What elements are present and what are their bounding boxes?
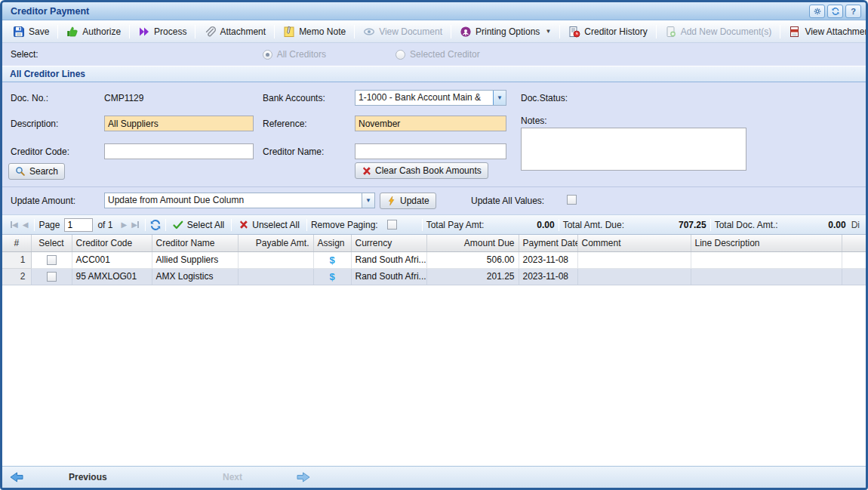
reference-label: Reference: — [263, 119, 307, 129]
reference-input[interactable] — [355, 116, 506, 131]
printing-options-button[interactable]: Printing Options ▼ — [454, 23, 557, 41]
previous-page-icon: ◀ — [20, 220, 31, 229]
next-page-icon: ▶ — [119, 220, 129, 229]
paging-separator — [559, 219, 559, 231]
line-description-cell — [691, 251, 842, 268]
totals-group: Total Pay Amt: 0.00 Total Amt. Due: 707.… — [418, 219, 860, 231]
paging-separator — [145, 219, 146, 231]
paging-separator — [422, 219, 423, 231]
column-header-select[interactable]: Select — [31, 235, 72, 251]
description-label: Description: — [11, 119, 58, 129]
filler-cell — [842, 268, 866, 285]
next-link: Next — [223, 467, 242, 488]
memo-note-button[interactable]: Memo Note — [277, 23, 352, 41]
select-row: Select: All Creditors Selected Creditor — [2, 43, 866, 66]
clear-cash-book-amounts-button[interactable]: Clear Cash Book Amounts — [355, 162, 488, 179]
total-amt-due-label: Total Amt. Due: — [563, 220, 637, 230]
payment-date-cell: 2023-11-08 — [519, 268, 577, 285]
chevron-down-icon[interactable]: ▼ — [362, 193, 374, 208]
save-label: Save — [29, 26, 49, 37]
update-button[interactable]: Update — [380, 193, 436, 209]
column-header-assign[interactable]: Assign — [313, 235, 351, 251]
column-header-payable-amt[interactable]: Payable Amt. — [238, 235, 313, 251]
currency-cell: Rand South Afri... — [351, 268, 426, 285]
select-all-button[interactable]: Select All — [170, 220, 227, 230]
column-header-line-description[interactable]: Line Description — [691, 235, 842, 251]
update-all-values-checkbox[interactable] — [567, 195, 577, 205]
creditor-name-input[interactable] — [355, 143, 506, 159]
section-header-title: All Creditor Lines — [10, 69, 85, 79]
update-amount-value: Update from Amount Due Column — [105, 193, 362, 208]
column-header-payment-date[interactable]: Payment Date — [519, 235, 577, 251]
total-amt-due-value: 707.25 — [637, 220, 706, 230]
update-amount-select[interactable]: Update from Amount Due Column ▼ — [104, 193, 375, 208]
page-number-input[interactable] — [64, 218, 93, 232]
view-document-button: View Document — [357, 23, 448, 41]
total-doc-amt-label: Total Doc. Amt.: — [715, 220, 792, 230]
gear-icon — [813, 7, 822, 16]
search-button[interactable]: Search — [8, 163, 65, 180]
doc-status-label: Doc.Status: — [521, 93, 568, 103]
update-amount-label: Update Amount: — [11, 196, 75, 206]
creditor-history-button[interactable]: Creditor History — [562, 23, 653, 41]
creditor-code-input[interactable] — [104, 143, 254, 159]
process-label: Process — [154, 26, 186, 37]
titlebar: Creditor Payment ? — [2, 2, 866, 20]
help-button[interactable]: ? — [845, 5, 861, 18]
creditor-lines-grid: # Select Creditor Code Creditor Name Pay… — [2, 235, 866, 285]
column-header-currency[interactable]: Currency — [351, 235, 426, 251]
first-page-icon: ◀ — [8, 220, 20, 229]
paperclip-icon — [204, 26, 216, 38]
previous-arrow-icon[interactable] — [10, 467, 23, 488]
total-pay-amt-value: 0.00 — [496, 220, 555, 230]
table-row[interactable]: 1 ACC001 Allied Suppliers $ Rand South A… — [2, 251, 866, 268]
table-row[interactable]: 2 95 AMXLOG01 AMX Logistics $ Rand South… — [2, 268, 866, 285]
refresh-grid-icon[interactable] — [149, 219, 162, 231]
column-header-amount-due[interactable]: Amount Due — [426, 235, 519, 251]
radio-button-icon — [263, 50, 272, 60]
paging-separator — [34, 219, 35, 231]
column-header-comment[interactable]: Comment — [577, 235, 691, 251]
column-header-creditor-name[interactable]: Creditor Name — [152, 235, 238, 251]
view-attachments-label: View Attachments — [805, 26, 868, 37]
dollar-icon[interactable]: $ — [318, 271, 347, 282]
notes-textarea[interactable] — [521, 128, 746, 171]
previous-link[interactable]: Previous — [69, 467, 107, 488]
radio-selected-creditor: Selected Creditor — [396, 49, 480, 60]
description-input[interactable] — [104, 116, 254, 131]
row-select-checkbox[interactable] — [47, 272, 57, 282]
column-header-row-number[interactable]: # — [2, 235, 31, 251]
memo-note-icon — [283, 26, 295, 38]
unselect-all-label: Unselect All — [252, 220, 300, 230]
last-page-icon: ▶ — [129, 220, 141, 229]
paging-toolbar: ◀ ◀ Page of 1 ▶ ▶ Select All Unselect Al… — [2, 214, 866, 235]
update-label: Update — [400, 196, 429, 206]
process-button[interactable]: Process — [132, 23, 192, 41]
printing-options-label: Printing Options — [476, 26, 540, 37]
toolbar-separator — [354, 25, 355, 39]
update-amount-row: Update Amount: Update from Amount Due Co… — [2, 186, 866, 214]
row-select-checkbox[interactable] — [47, 255, 57, 265]
chevron-down-icon[interactable]: ▼ — [493, 91, 506, 105]
bank-accounts-select[interactable]: 1-1000 - Bank Account Main & ▼ — [355, 90, 506, 106]
paging-separator — [165, 219, 166, 231]
view-attachments-button[interactable]: View Attachments — [783, 23, 868, 41]
next-arrow-icon[interactable] — [297, 467, 310, 488]
refresh-window-button[interactable] — [827, 5, 843, 18]
toolbar-separator — [656, 25, 657, 39]
save-button[interactable]: Save — [7, 23, 55, 41]
column-header-filler — [842, 235, 866, 251]
attachment-button[interactable]: Attachment — [198, 23, 272, 41]
assign-cell: $ — [313, 268, 351, 285]
unselect-all-button[interactable]: Unselect All — [235, 220, 303, 230]
paging-separator — [231, 219, 232, 231]
dollar-icon[interactable]: $ — [318, 254, 347, 266]
payable-amt-cell — [238, 268, 313, 285]
refresh-icon — [831, 7, 840, 16]
toolbar-separator — [451, 25, 451, 39]
settings-button[interactable] — [809, 5, 825, 18]
toolbar-separator — [57, 25, 58, 39]
remove-paging-checkbox[interactable] — [387, 220, 397, 230]
authorize-button[interactable]: Authorize — [60, 23, 127, 41]
column-header-creditor-code[interactable]: Creditor Code — [72, 235, 152, 251]
